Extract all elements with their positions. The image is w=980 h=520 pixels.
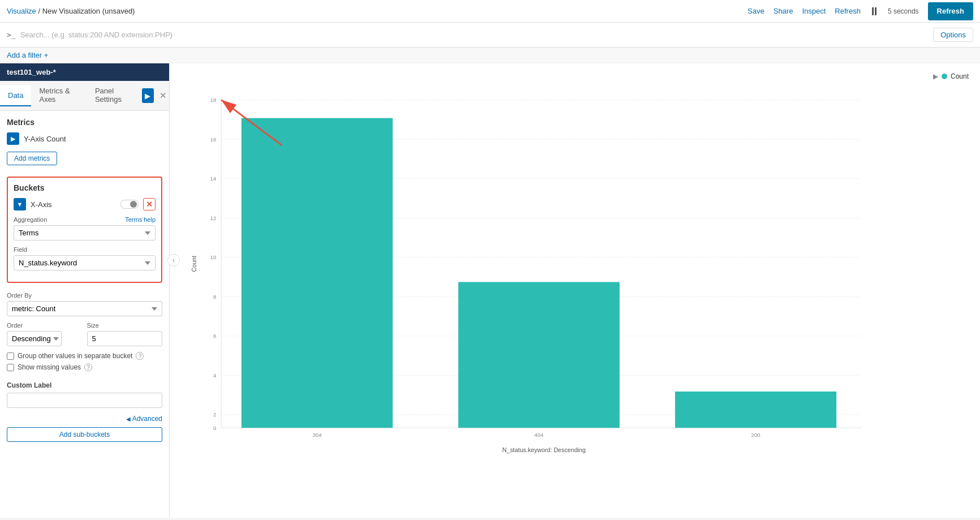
- svg-text:4: 4: [213, 372, 217, 379]
- filter-row: Add a filter +: [0, 48, 980, 63]
- svg-text:10: 10: [210, 254, 217, 260]
- panel-toggle-button[interactable]: ‹: [167, 254, 180, 267]
- inspect-link[interactable]: Inspect: [802, 7, 826, 15]
- chart-area: ▶ Count Count 18 16 14 12 10: [170, 63, 980, 518]
- tab-panel-settings[interactable]: Panel Settings: [87, 81, 142, 110]
- share-link[interactable]: Share: [774, 7, 793, 15]
- group-other-help-icon: ?: [136, 352, 144, 360]
- breadcrumb-page-title: New Visualization (unsaved): [42, 7, 135, 15]
- bucket-header: ▼ X-Axis ✕: [14, 198, 156, 210]
- tab-data[interactable]: Data: [0, 85, 31, 106]
- svg-text:0: 0: [213, 425, 217, 431]
- custom-label-input[interactable]: [7, 393, 162, 408]
- top-bar: Visualize / New Visualization (unsaved) …: [0, 0, 980, 23]
- order-select[interactable]: DescendingAscending: [7, 331, 62, 346]
- svg-text:8: 8: [213, 294, 217, 300]
- add-sub-buckets-button[interactable]: Add sub-buckets: [7, 427, 162, 442]
- left-panel: test101_web-* Data Metrics & Axes Panel …: [0, 63, 170, 518]
- save-link[interactable]: Save: [748, 7, 765, 15]
- order-label: Order: [7, 322, 83, 329]
- custom-label-title: Custom Label: [7, 381, 162, 389]
- size-input[interactable]: 5: [87, 331, 163, 346]
- refresh-link[interactable]: Refresh: [835, 7, 861, 15]
- svg-text:14: 14: [210, 175, 217, 182]
- show-missing-checkbox[interactable]: [7, 364, 14, 371]
- svg-text:2: 2: [213, 411, 216, 418]
- svg-text:6: 6: [213, 333, 217, 339]
- group-other-checkbox-group: Group other values in separate bucket ?: [7, 352, 162, 360]
- breadcrumb: Visualize / New Visualization (unsaved): [7, 7, 135, 15]
- field-select[interactable]: N_status.keywordstatus.keywordextension.…: [14, 255, 156, 270]
- svg-text:12: 12: [210, 215, 217, 221]
- order-by-group: Order By metric: CountCustom metricAlpha…: [7, 292, 162, 316]
- toggle-knob: [130, 201, 137, 208]
- chart-legend: ▶ Count: [933, 72, 969, 80]
- chart-svg: Count 18 16 14 12 10 8 6: [181, 75, 969, 453]
- metrics-title: Metrics: [7, 118, 162, 127]
- y-axis-label: Y-Axis Count: [24, 135, 66, 143]
- order-by-section: Order By metric: CountCustom metricAlpha…: [0, 287, 169, 381]
- order-by-select[interactable]: metric: CountCustom metricAlphabetical: [7, 301, 162, 316]
- toggle-button[interactable]: [120, 200, 139, 209]
- aggregation-label: Aggregation Terms help: [14, 216, 156, 223]
- advanced-link[interactable]: ◀ Advanced: [0, 412, 169, 425]
- buckets-title: Buckets: [14, 183, 156, 192]
- custom-label-section: Custom Label: [0, 381, 169, 412]
- refresh-button[interactable]: Refresh: [928, 2, 973, 20]
- x-axis-label: N_status.keyword: Descending: [502, 446, 585, 453]
- aggregation-select[interactable]: TermsDate HistogramHistogramRangeIPv4 Ra…: [14, 225, 156, 240]
- close-button[interactable]: ✕: [157, 91, 169, 101]
- main-content: test101_web-* Data Metrics & Axes Panel …: [0, 63, 980, 518]
- x-axis-label: X-Axis: [31, 200, 116, 209]
- pause-button[interactable]: [870, 7, 879, 15]
- y-axis-label: Count: [191, 256, 197, 272]
- show-missing-checkbox-group: Show missing values ?: [7, 363, 162, 371]
- show-missing-help-icon: ?: [84, 363, 92, 371]
- field-group: Field N_status.keywordstatus.keywordexte…: [14, 246, 156, 270]
- svg-text:404: 404: [534, 432, 544, 438]
- tab-bar: Data Metrics & Axes Panel Settings ▶ ✕: [0, 81, 169, 111]
- aggregation-group: Aggregation Terms help TermsDate Histogr…: [14, 216, 156, 240]
- remove-bucket-button[interactable]: ✕: [143, 198, 156, 210]
- pause-icon: [872, 7, 877, 15]
- size-label: Size: [87, 322, 163, 329]
- search-caret-icon: >_: [7, 31, 16, 39]
- order-by-label: Order By: [7, 292, 162, 299]
- svg-text:16: 16: [210, 136, 217, 143]
- run-button[interactable]: ▶: [142, 88, 154, 103]
- svg-text:200: 200: [751, 432, 761, 438]
- advanced-arrow-icon: ◀: [126, 416, 132, 422]
- y-axis-metric: ▶ Y-Axis Count: [7, 132, 162, 145]
- search-bar: >_ Search... (e.g. status:200 AND extens…: [0, 23, 980, 48]
- add-metrics-button[interactable]: Add metrics: [7, 152, 57, 165]
- options-button[interactable]: Options: [933, 28, 973, 42]
- svg-text:304: 304: [313, 432, 322, 438]
- buckets-section: Buckets ▼ X-Axis ✕ Aggregation Terms hel…: [7, 177, 162, 283]
- metrics-section: Metrics ▶ Y-Axis Count Add metrics: [0, 111, 169, 172]
- add-filter-button[interactable]: Add a filter +: [7, 51, 48, 59]
- breadcrumb-visualize-link[interactable]: Visualize: [7, 7, 36, 15]
- tab-metrics-axes[interactable]: Metrics & Axes: [31, 81, 87, 110]
- refresh-interval: 5 seconds: [888, 7, 919, 15]
- field-label: Field: [14, 246, 156, 253]
- search-input[interactable]: Search... (e.g. status:200 AND extension…: [20, 31, 173, 39]
- svg-text:18: 18: [210, 97, 217, 103]
- top-actions: Save Share Inspect Refresh 5 seconds Ref…: [748, 2, 973, 20]
- bar-200[interactable]: [675, 392, 836, 428]
- group-other-label: Group other values in separate bucket: [18, 352, 132, 360]
- y-axis-badge[interactable]: ▶: [7, 132, 19, 145]
- legend-label: Count: [951, 72, 969, 80]
- group-other-checkbox[interactable]: [7, 353, 14, 360]
- order-size-row: Order DescendingAscending Size 5: [7, 322, 162, 352]
- legend-dot: [942, 74, 947, 79]
- bucket-badge[interactable]: ▼: [14, 198, 26, 210]
- bar-404[interactable]: [458, 282, 619, 428]
- show-missing-label: Show missing values: [18, 363, 81, 371]
- terms-help-link[interactable]: Terms help: [125, 216, 156, 223]
- legend-play-button[interactable]: ▶: [933, 72, 938, 80]
- index-header: test101_web-*: [0, 63, 169, 81]
- bar-304[interactable]: [241, 118, 392, 428]
- index-name: test101_web-*: [7, 68, 56, 76]
- order-group: Order DescendingAscending: [7, 322, 83, 346]
- size-group: Size 5: [87, 322, 163, 346]
